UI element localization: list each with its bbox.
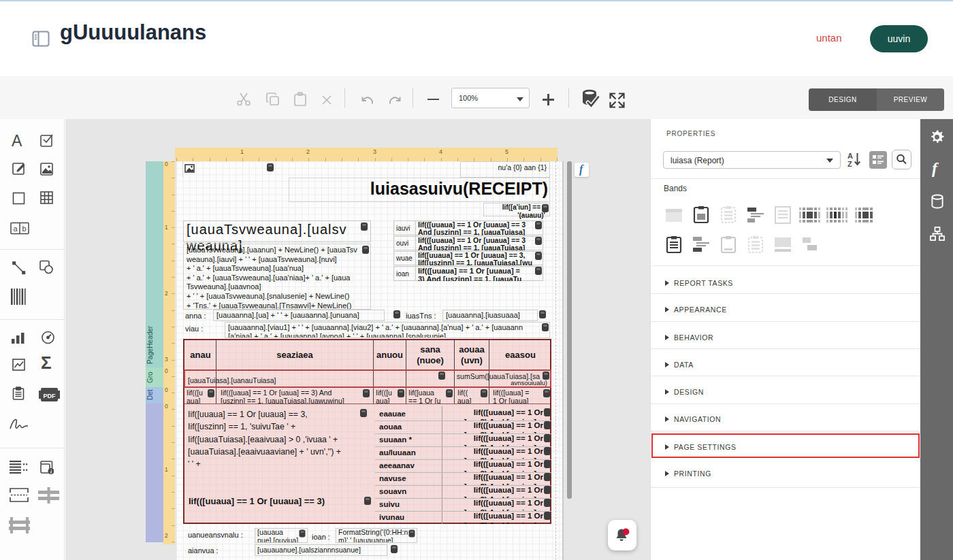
svg-text:A: A xyxy=(847,152,853,160)
svg-text:a: a xyxy=(14,225,18,233)
svg-text:b: b xyxy=(22,225,27,233)
svg-text:PDF: PDF xyxy=(44,393,56,399)
svg-text:Z: Z xyxy=(847,160,852,168)
